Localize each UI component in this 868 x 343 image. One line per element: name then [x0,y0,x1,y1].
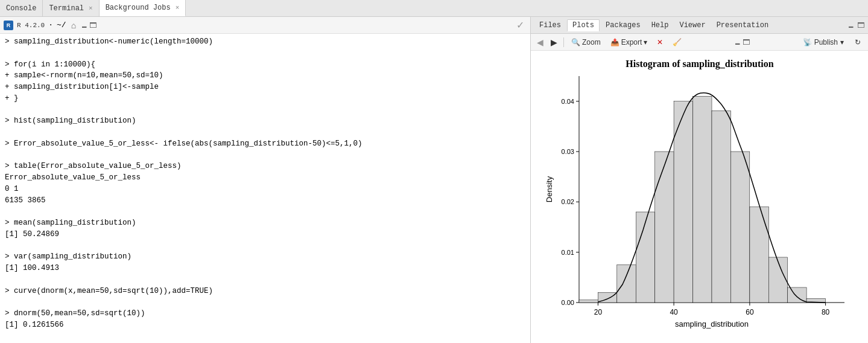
clear-console-btn[interactable]: ✓ [514,19,527,31]
export-btn[interactable]: 📤 Export ▾ [607,37,651,48]
svg-rect-32 [749,207,768,303]
zoom-label: Zoom [582,38,601,46]
console-line: > dnorm(50,mean=50,sd=sqrt(10)) [5,308,525,319]
console-line [5,274,525,286]
console-line: + } [5,93,525,104]
right-panel-tab-presentation[interactable]: Presentation [712,20,773,31]
export-icon: 📤 [610,38,619,46]
svg-text:0.01: 0.01 [561,249,574,256]
publish-icon: 📡 [803,38,812,46]
console-line [5,206,525,217]
console-line: > for(i in 1:10000){ [5,59,525,71]
svg-text:0.03: 0.03 [561,148,574,155]
console-line [5,240,525,252]
window-controls: 🗕 🗖 [81,21,97,30]
publish-label: Publish [814,38,838,46]
console-line [5,150,525,161]
console-line [5,331,525,342]
console-line: > sampling_distribution<-numeric(length=… [5,36,525,48]
tab-background-jobs-close[interactable]: × [176,4,180,11]
console-line: > curve(dnorm(x,mean=50,sd=sqrt(10)),add… [5,286,525,297]
right-panel-tabs: FilesPlotsPackagesHelpViewerPresentation… [531,17,868,34]
publish-btn[interactable]: 📡 Publish ▾ [798,37,849,48]
svg-text:0.02: 0.02 [561,198,574,205]
svg-text:Histogram of sampling_distribu: Histogram of sampling_distribution [626,59,773,69]
export-label: Export [621,38,642,46]
tab-console-label: Console [6,4,36,13]
svg-text:40: 40 [670,308,678,316]
console-line: > Error_absolute_value_5_or_less<- ifels… [5,138,525,150]
plot-panel: FilesPlotsPackagesHelpViewerPresentation… [531,17,868,343]
minimize-btn[interactable]: 🗕 [81,21,88,30]
console-line: > hist(sampling_distribution) [5,115,525,127]
separator: · [48,21,53,30]
nav-forward-btn[interactable]: ▶ [548,36,560,48]
r-logo: R [4,21,13,30]
svg-rect-31 [730,152,749,303]
publish-dropdown-icon: ▾ [840,38,844,46]
console-line [5,48,525,59]
console-line [5,127,525,138]
clear-plots-btn[interactable]: 🧹 [669,37,685,48]
right-panel-maximize[interactable]: 🗖 [857,21,864,30]
refresh-btn[interactable]: ↻ [851,37,864,48]
svg-rect-30 [712,111,730,303]
tab-terminal-label: Terminal [49,4,84,13]
right-win-controls: 🗕🗖 [847,21,864,30]
right-maximize-btn[interactable]: 🗖 [743,38,750,46]
console-line [5,297,525,308]
svg-rect-25 [616,265,635,303]
right-panel-tab-help[interactable]: Help [647,20,674,31]
console-line: [1] 100.4913 [5,263,525,274]
refresh-icon: ↻ [855,38,861,46]
right-win-controls: 🗕 🗖 [734,38,750,46]
console-panel: R R 4.2.0 · ~/ ⌂ 🗕 🗖 ✓ > sampling_distri… [0,17,531,343]
svg-text:20: 20 [594,308,602,316]
nav-back-btn[interactable]: ◀ [534,36,546,48]
toolbar-sep-1 [563,37,564,47]
svg-rect-33 [768,257,787,303]
console-line: > var(sampling_distribution) [5,251,525,263]
zoom-btn[interactable]: 🔍 Zoom [568,37,604,48]
svg-text:60: 60 [746,308,754,316]
r-path-expand-icon[interactable]: ⌂ [70,19,77,31]
tab-background-jobs[interactable]: Background Jobs × [100,0,186,16]
delete-plot-btn[interactable]: ✕ [653,37,667,48]
svg-text:Density: Density [545,176,554,202]
console-line [5,104,525,116]
svg-text:sampling_distribution: sampling_distribution [674,319,748,329]
right-minimize-btn[interactable]: 🗕 [734,38,741,46]
delete-icon: ✕ [657,38,663,46]
export-dropdown-icon: ▾ [644,38,647,46]
svg-rect-26 [636,212,654,303]
tab-terminal-close[interactable]: × [89,5,93,12]
console-line: 0 1 [5,184,525,195]
console-line: [1] 50.24869 [5,229,525,240]
histogram-chart: Histogram of sampling_distribution 20 [543,51,857,343]
tab-console[interactable]: Console [0,0,43,16]
tab-terminal[interactable]: Terminal × [43,0,99,16]
console-line: + sampling_distribution[i]<-sample [5,82,525,93]
right-panel-tab-plots[interactable]: Plots [567,19,600,31]
console-line: > mean(sampling_distribution) [5,217,525,229]
console-line: > table(Error_absolute_value_5_or_less) [5,161,525,172]
console-toolbar: R R 4.2.0 · ~/ ⌂ 🗕 🗖 ✓ [0,17,530,34]
svg-text:0.00: 0.00 [561,299,574,306]
right-panel-tab-viewer[interactable]: Viewer [674,20,710,31]
svg-rect-29 [692,96,711,303]
right-panel-minimize[interactable]: 🗕 [847,21,855,30]
right-panel-tab-files[interactable]: Files [534,20,566,31]
r-path: ~/ [57,21,66,30]
console-output[interactable]: > sampling_distribution<-numeric(length=… [0,34,530,343]
console-line: [1] 0.1261566 [5,319,525,331]
tab-background-jobs-label: Background Jobs [106,4,171,12]
maximize-btn[interactable]: 🗖 [89,21,97,30]
plot-toolbar: ◀ ▶ 🔍 Zoom 📤 Export ▾ ✕ 🧹 🗕 🗖 [531,34,868,51]
svg-text:0.04: 0.04 [561,98,574,105]
svg-rect-27 [654,152,673,303]
console-line: 6135 3865 [5,195,525,207]
right-panel-tab-packages[interactable]: Packages [601,20,645,31]
zoom-icon: 🔍 [571,38,580,46]
console-line: + sample<-rnorm(n=10,mean=50,sd=10) [5,70,525,82]
svg-rect-34 [787,287,806,303]
